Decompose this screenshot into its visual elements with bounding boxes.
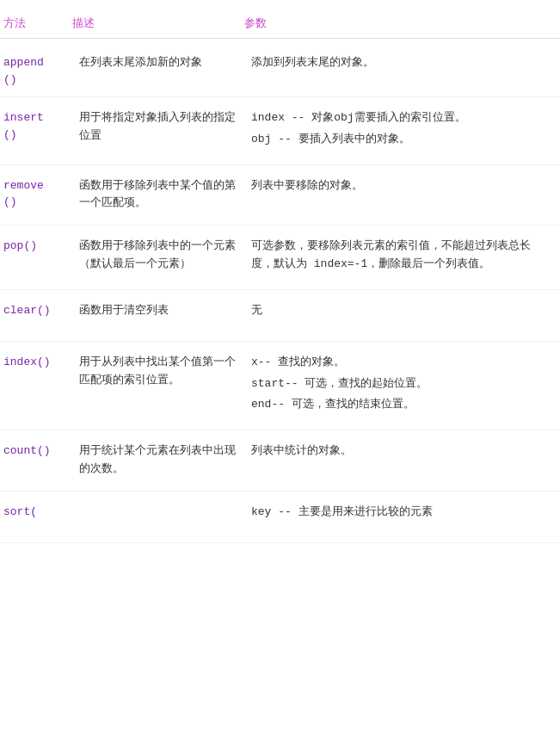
params-cell: x-- 查找的对象。start-- 可选，查找的起始位置。end-- 可选，查找… [244,350,557,421]
param-line: 列表中要移除的对象。 [251,177,550,195]
param-line: 列表中统计的对象。 [251,442,550,461]
params-cell: index -- 对象obj需要插入的索引位置。obj -- 要插入列表中的对象… [244,106,557,156]
header-method: 方法 [3,15,72,31]
description-cell: 在列表末尾添加新的对象 [72,51,244,76]
param-line: start-- 可选，查找的起始位置。 [251,375,550,393]
table-rows: append()在列表末尾添加新的对象添加到列表末尾的对象。insert()用于… [0,42,560,543]
table-row: remove()函数用于移除列表中某个值的第一个匹配项。列表中要移除的对象。 [0,165,560,226]
params-cell: 无 [244,299,557,327]
table-header: 方法 描述 参数 [0,9,560,39]
description-cell: 函数用于移除列表中的一个元素（默认最后一个元素） [72,234,244,277]
table-row: count()用于统计某个元素在列表中出现的次数。列表中统计的对象。 [0,430,560,492]
description-cell: 用于统计某个元素在列表中出现的次数。 [72,439,244,482]
params-cell: 可选参数，要移除列表元素的索引值，不能超过列表总长度，默认为 index=-1，… [244,234,557,281]
description-cell: 用于从列表中找出某个值第一个匹配项的索引位置。 [72,350,244,393]
description-cell: 函数用于清空列表 [72,299,244,324]
method-cell: remove() [3,174,72,211]
param-line: 添加到列表末尾的对象。 [251,54,550,72]
table-row: clear()函数用于清空列表无 [0,290,560,342]
param-line: x-- 查找的对象。 [251,354,550,372]
header-description: 描述 [72,15,244,31]
param-line: 无 [251,302,550,320]
params-cell: key -- 主要是用来进行比较的元素 [244,500,557,529]
params-cell: 列表中统计的对象。 [244,439,557,467]
table-row: append()在列表末尾添加新的对象添加到列表末尾的对象。 [0,42,560,97]
description-cell [72,500,244,507]
param-line: 可选参数，要移除列表元素的索引值，不能超过列表总长度，默认为 index=-1，… [251,238,550,274]
method-cell: insert() [3,106,72,143]
param-line: index -- 对象obj需要插入的索引位置。 [251,109,550,127]
param-line: key -- 主要是用来进行比较的元素 [251,504,550,522]
method-cell: sort( [3,500,72,521]
param-line: end-- 可选，查找的结束位置。 [251,396,550,414]
param-line: obj -- 要插入列表中的对象。 [251,131,550,149]
method-cell: index() [3,350,72,371]
description-cell: 函数用于移除列表中某个值的第一个匹配项。 [72,174,244,217]
table-row: pop()函数用于移除列表中的一个元素（默认最后一个元素）可选参数，要移除列表元… [0,226,560,290]
table-row: insert()用于将指定对象插入列表的指定位置index -- 对象obj需要… [0,97,560,165]
method-cell: append() [3,51,72,88]
params-cell: 列表中要移除的对象。 [244,174,557,202]
method-cell: pop() [3,234,72,255]
method-cell: count() [3,439,72,460]
params-cell: 添加到列表末尾的对象。 [244,51,557,79]
table-row: sort(key -- 主要是用来进行比较的元素 [0,492,560,543]
main-table: 方法 描述 参数 append()在列表末尾添加新的对象添加到列表末尾的对象。i… [0,0,560,552]
method-cell: clear() [3,299,72,319]
table-row: index()用于从列表中找出某个值第一个匹配项的索引位置。x-- 查找的对象。… [0,342,560,430]
description-cell: 用于将指定对象插入列表的指定位置 [72,106,244,149]
header-params: 参数 [244,15,557,31]
